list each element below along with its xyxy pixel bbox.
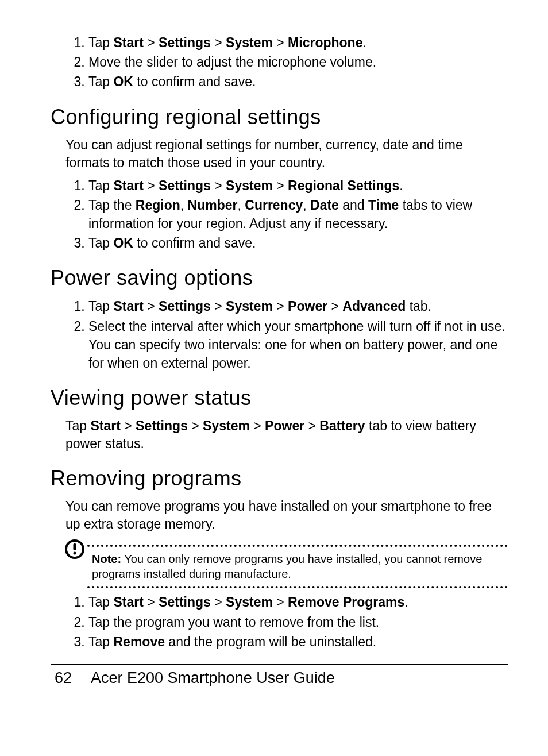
heading-regional: Configuring regional settings [51, 105, 508, 129]
svg-point-2 [74, 552, 76, 555]
intro-steps: Tap Start > Settings > System > Micropho… [65, 33, 508, 91]
page-footer: 62 Acer E200 Smartphone User Guide [51, 664, 508, 687]
page-number: 62 [36, 669, 91, 687]
paragraph-regional: You can adjust regional settings for num… [65, 136, 508, 172]
heading-removing: Removing programs [51, 466, 508, 491]
list-item: Tap the program you want to remove from … [88, 613, 508, 631]
list-item: Tap Remove and the program will be unins… [88, 632, 508, 651]
list-item: Tap Start > Settings > System > Regional… [88, 176, 508, 195]
list-item: Move the slider to adjust the microphone… [88, 53, 508, 71]
footer-title: Acer E200 Smartphone User Guide [91, 669, 335, 687]
svg-rect-1 [74, 543, 76, 550]
heading-power-saving: Power saving options [51, 266, 508, 290]
list-item: Tap Start > Settings > System > Power > … [88, 297, 508, 315]
list-item: Tap OK to confirm and save. [88, 72, 508, 91]
list-item: Select the interval after which your sma… [88, 317, 508, 373]
list-item: Tap OK to confirm and save. [88, 234, 508, 252]
alert-icon [64, 539, 85, 560]
note-block: Note: You can only remove programs you h… [64, 545, 508, 588]
document-page: Tap Start > Settings > System > Micropho… [0, 0, 548, 687]
regional-steps: Tap Start > Settings > System > Regional… [65, 176, 508, 253]
removing-steps: Tap Start > Settings > System > Remove P… [65, 593, 508, 651]
note-text: Note: You can only remove programs you h… [92, 551, 508, 581]
heading-viewing-power: Viewing power status [51, 386, 508, 410]
list-item: Tap Start > Settings > System > Micropho… [88, 33, 508, 52]
note-divider-bottom [87, 586, 508, 588]
paragraph-viewing: Tap Start > Settings > System > Power > … [65, 417, 508, 453]
paragraph-removing: You can remove programs you have install… [65, 497, 508, 533]
list-item: Tap the Region, Number, Currency, Date a… [88, 196, 508, 233]
power-steps: Tap Start > Settings > System > Power > … [65, 297, 508, 372]
list-item: Tap Start > Settings > System > Remove P… [88, 593, 508, 611]
note-divider-top [87, 545, 508, 547]
